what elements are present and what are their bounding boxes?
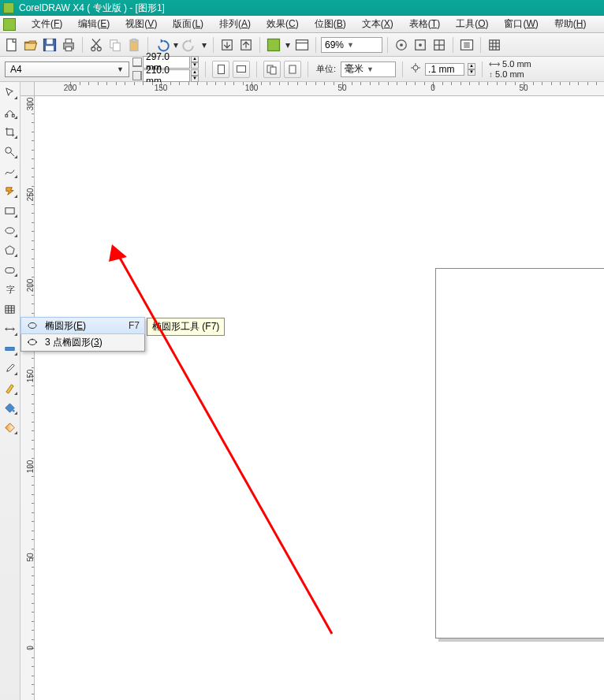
menu-file[interactable]: 文件(F) [24,16,70,32]
ruler-vertical[interactable]: 300250200150100500 [21,96,35,700]
fill-tool[interactable] [2,399,19,416]
svg-rect-2 [47,39,53,43]
nudge-spinner[interactable]: ▲▼ [468,63,475,76]
page-dimensions: 297.0 mm ▲▼ 210.0 mm ▲▼ [132,56,199,82]
text-tool[interactable]: 字 [2,281,19,298]
svg-rect-26 [6,114,8,117]
svg-rect-34 [6,347,14,350]
menu-view[interactable]: 视图(V) [117,16,165,32]
paper-size-combo[interactable]: A4 ▼ [5,61,129,77]
width-spinner[interactable]: ▲▼ [191,56,199,69]
zoom-tool[interactable] [2,143,19,160]
landscape-button[interactable] [233,61,250,78]
ellipse-tool[interactable] [2,222,19,239]
menu-window[interactable]: 窗口(W) [496,16,546,32]
svg-rect-0 [7,39,16,50]
property-bar: A4 ▼ 297.0 mm ▲▼ 210.0 mm ▲▼ 单位: 毫米 ▼ .1… [0,57,604,82]
interactive-fill-tool[interactable] [2,419,19,436]
paper-size-value: A4 [10,64,22,75]
svg-point-25 [413,65,418,70]
ruler-horizontal[interactable]: 20015010050050 [35,82,604,96]
crop-tool[interactable] [2,123,19,140]
current-page-button[interactable] [284,61,301,78]
pick-tool[interactable] [2,84,19,101]
drawing-canvas[interactable] [35,96,604,700]
shape-tool[interactable] [2,103,19,121]
snap-button-2[interactable] [412,36,429,54]
eyedropper-tool[interactable] [2,359,19,377]
zoom-combo[interactable]: 69% ▼ [321,37,382,53]
menu-edit[interactable]: 编辑(E) [70,16,117,32]
basic-shapes-tool[interactable] [2,261,19,278]
snap-button-3[interactable] [431,36,448,54]
import-button[interactable] [218,36,236,54]
height-spinner[interactable]: ▲▼ [191,69,199,82]
zoom-value: 69% [325,39,344,50]
freehand-tool[interactable] [2,162,19,180]
table-tool[interactable] [2,300,19,318]
page-rect [435,268,604,639]
svg-rect-15 [268,39,280,50]
app-logo-icon [3,2,14,13]
height-icon [132,71,142,80]
menu-tools[interactable]: 工具(O) [448,16,496,32]
menu-bitmap[interactable]: 位图(B) [307,16,354,32]
svg-rect-31 [6,267,14,273]
open-button[interactable] [22,36,39,54]
separator [259,37,260,53]
menu-table[interactable]: 表格(T) [401,16,448,32]
app-launcher-button[interactable] [265,36,282,54]
app-launcher-drop-icon[interactable]: ▾ [284,36,292,54]
svg-rect-10 [114,43,121,50]
export-button[interactable] [237,36,255,54]
options-button[interactable] [458,36,475,54]
separator [453,37,453,53]
canvas-area[interactable]: 20015010050050 300250200150100500 [21,82,604,700]
separator [213,37,214,53]
units-combo[interactable]: 毫米 ▼ [341,61,396,77]
svg-point-37 [28,340,36,345]
menu-bar: 文件(F) 编辑(E) 视图(V) 版面(L) 排列(A) 效果(C) 位图(B… [0,16,604,33]
separator [480,37,481,53]
redo-drop-icon[interactable]: ▾ [200,36,208,54]
flyout-ellipse[interactable]: 椭圆形(E) F7 [21,317,145,334]
welcome-button[interactable] [293,36,311,54]
separator [147,37,148,53]
chevron-down-icon: ▼ [367,65,374,73]
paste-button[interactable] [125,36,143,54]
copy-button[interactable] [106,36,124,54]
units-label: 单位: [315,63,337,75]
menu-arrange[interactable]: 排列(A) [211,16,259,32]
menu-text[interactable]: 文本(X) [354,16,401,32]
svg-rect-3 [46,46,54,50]
print-button[interactable] [60,36,77,54]
dup-x-value: 5.0 mm [501,59,533,69]
polygon-tool[interactable] [2,241,19,259]
separator [205,61,206,77]
page-height-input[interactable]: 210.0 mm [143,69,190,82]
interactive-tool[interactable] [2,340,19,357]
separator [256,61,257,77]
flyout-3pt-ellipse[interactable]: 3 点椭圆形(3) [21,333,144,351]
cut-button[interactable] [88,36,105,54]
rectangle-tool[interactable] [2,202,19,219]
new-button[interactable] [3,36,21,54]
window-title: CorelDRAW X4 ( 专业版 ) - [图形1] [19,2,165,15]
portrait-button[interactable] [212,61,229,78]
nudge-input[interactable]: .1 mm [425,63,464,76]
smart-fill-tool[interactable] [2,182,19,199]
save-button[interactable] [41,36,58,54]
svg-rect-29 [6,207,14,214]
menu-effects[interactable]: 效果(C) [259,16,307,32]
snap-button-1[interactable] [393,36,410,54]
svg-point-18 [400,43,403,47]
ruler-origin[interactable] [21,82,35,96]
all-pages-button[interactable] [263,61,281,78]
svg-point-30 [6,227,14,233]
menu-layout[interactable]: 版面(L) [165,16,211,32]
dimension-tool[interactable] [2,320,19,337]
svg-rect-23 [270,67,276,74]
menu-help[interactable]: 帮助(H) [546,16,595,32]
outline-tool[interactable] [2,379,19,397]
grid-toggle-button[interactable] [486,36,503,54]
